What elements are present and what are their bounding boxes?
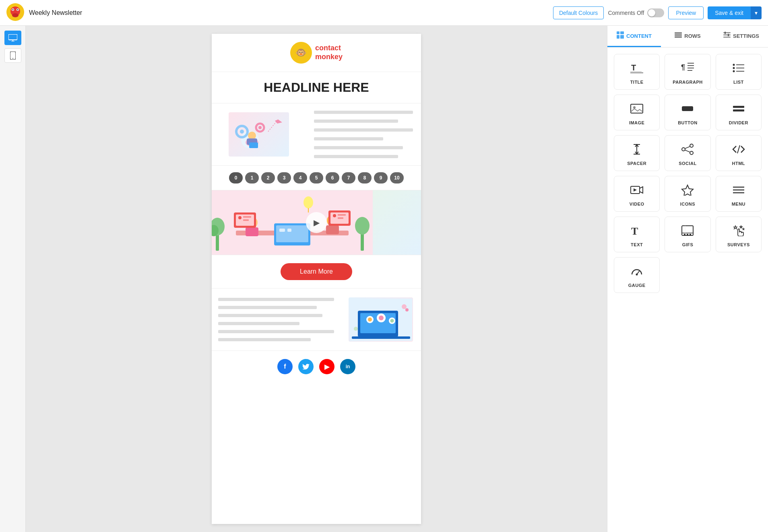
content-item-gauge[interactable]: GAUGE: [614, 257, 660, 293]
email-canvas: 🐵 contact monkey HEADLINE HERE: [212, 34, 421, 524]
contactmonkey-logo: 🐵 contact monkey: [290, 42, 343, 64]
tab-settings[interactable]: SETTINGS: [714, 26, 768, 47]
svg-rect-112: [684, 234, 685, 235]
facebook-icon[interactable]: f: [277, 359, 293, 374]
svg-rect-43: [243, 216, 251, 218]
svg-rect-33: [276, 225, 308, 242]
content-item-spacer[interactable]: SPACER: [614, 135, 660, 171]
rating-pill-3[interactable]: 3: [277, 172, 291, 184]
email-bottom-two-col: [212, 289, 421, 351]
svg-point-61: [354, 327, 358, 331]
canvas-area: 🐵 contact monkey HEADLINE HERE: [26, 26, 607, 532]
rating-pill-8[interactable]: 8: [358, 172, 372, 184]
content-item-icons[interactable]: ICONS: [665, 176, 710, 212]
svg-rect-62: [352, 336, 410, 339]
svg-rect-113: [687, 234, 688, 235]
topbar: Weekly Newsletter Default Colours Commen…: [0, 0, 768, 26]
rating-pill-2[interactable]: 2: [261, 172, 275, 184]
svg-rect-93: [733, 109, 744, 111]
linkedin-icon[interactable]: in: [340, 359, 355, 374]
play-button[interactable]: ▶: [306, 212, 327, 233]
content-item-video[interactable]: VIDEO: [614, 176, 660, 212]
rating-pill-7[interactable]: 7: [342, 172, 355, 184]
save-exit-dropdown-button[interactable]: ▾: [751, 6, 762, 19]
svg-point-57: [379, 315, 384, 320]
content-item-text[interactable]: T TEXT: [614, 217, 660, 252]
content-item-menu[interactable]: MENU: [716, 176, 762, 212]
gifs-icon: [681, 225, 694, 239]
learn-more-button[interactable]: Learn More: [281, 263, 352, 280]
rows-tab-icon: [675, 32, 682, 39]
svg-point-14: [240, 130, 244, 134]
svg-rect-65: [617, 35, 619, 39]
content-item-image[interactable]: IMAGE: [614, 95, 660, 130]
twitter-icon[interactable]: [298, 359, 314, 374]
content-item-social[interactable]: SOCIAL: [665, 135, 710, 171]
svg-point-87: [733, 70, 735, 72]
social-icon-item: [681, 144, 694, 158]
rating-pill-9[interactable]: 9: [374, 172, 388, 184]
logo-text: contact monkey: [315, 44, 343, 61]
b-line-5: [218, 330, 334, 333]
rating-pill-0[interactable]: 0: [229, 172, 243, 184]
svg-point-38: [303, 196, 313, 208]
preview-button[interactable]: Preview: [668, 6, 704, 19]
menu-icon: [732, 184, 745, 198]
svg-rect-49: [338, 217, 343, 219]
right-panel: CONTENT ROWS SETTINGS T: [607, 26, 768, 532]
content-item-button[interactable]: BUTTON: [665, 95, 710, 130]
svg-rect-66: [620, 35, 624, 39]
svg-point-58: [390, 319, 394, 322]
svg-rect-74: [728, 34, 729, 36]
content-item-list[interactable]: LIST: [716, 54, 762, 90]
email-cta: Learn More: [212, 255, 421, 289]
rating-pill-4[interactable]: 4: [293, 172, 307, 184]
tab-content[interactable]: CONTENT: [607, 26, 661, 47]
svg-text:¶: ¶: [681, 63, 685, 71]
content-item-surveys[interactable]: SURVEYS: [716, 217, 762, 252]
desktop-view-button[interactable]: [4, 31, 21, 45]
view-sidebar: [0, 26, 26, 532]
content-item-html[interactable]: HTML: [716, 135, 762, 171]
content-item-gifs[interactable]: GIFS: [665, 217, 710, 252]
content-item-title[interactable]: T TITLE: [614, 54, 660, 90]
col-text: [306, 103, 421, 165]
comments-toggle[interactable]: [647, 8, 664, 17]
rating-pill-10[interactable]: 10: [390, 172, 404, 184]
tab-rows[interactable]: ROWS: [661, 26, 714, 47]
placeholder-line-6: [314, 155, 398, 158]
svg-rect-35: [287, 229, 291, 232]
svg-point-11: [12, 58, 13, 59]
html-label: HTML: [732, 161, 745, 166]
comments-off-label: Comments Off: [608, 10, 644, 16]
list-icon: [732, 62, 745, 76]
svg-rect-67: [675, 32, 682, 34]
youtube-icon[interactable]: ▶: [319, 359, 334, 374]
save-exit-button[interactable]: Save & exit: [708, 6, 751, 19]
rating-pill-1[interactable]: 1: [245, 172, 259, 184]
surveys-icon: [732, 225, 745, 239]
main-layout: 🐵 contact monkey HEADLINE HERE: [0, 26, 768, 532]
svg-rect-29: [246, 227, 258, 236]
placeholder-line-1: [314, 111, 413, 114]
panel-tabs: CONTENT ROWS SETTINGS: [607, 26, 768, 47]
paragraph-label: PARAGRAPH: [673, 80, 703, 85]
svg-point-60: [405, 308, 409, 311]
svg-point-16: [258, 126, 262, 129]
content-grid: T TITLE ¶ PARAGRAPH: [614, 54, 762, 293]
mobile-view-button[interactable]: [4, 48, 21, 63]
svg-marker-117: [740, 226, 742, 228]
content-item-paragraph[interactable]: ¶ PARAGRAPH: [665, 54, 710, 90]
gifs-label: GIFS: [682, 242, 694, 247]
content-item-divider[interactable]: DIVIDER: [716, 95, 762, 130]
svg-rect-69: [675, 36, 682, 38]
image-label: IMAGE: [629, 120, 645, 125]
svg-rect-20: [249, 142, 258, 148]
app-logo: [6, 3, 24, 23]
rating-pill-5[interactable]: 5: [310, 172, 323, 184]
svg-text:T: T: [631, 63, 636, 72]
default-colours-button[interactable]: Default Colours: [553, 6, 604, 19]
email-video[interactable]: ▶: [212, 190, 421, 255]
svg-point-98: [682, 148, 685, 151]
rating-pill-6[interactable]: 6: [326, 172, 339, 184]
